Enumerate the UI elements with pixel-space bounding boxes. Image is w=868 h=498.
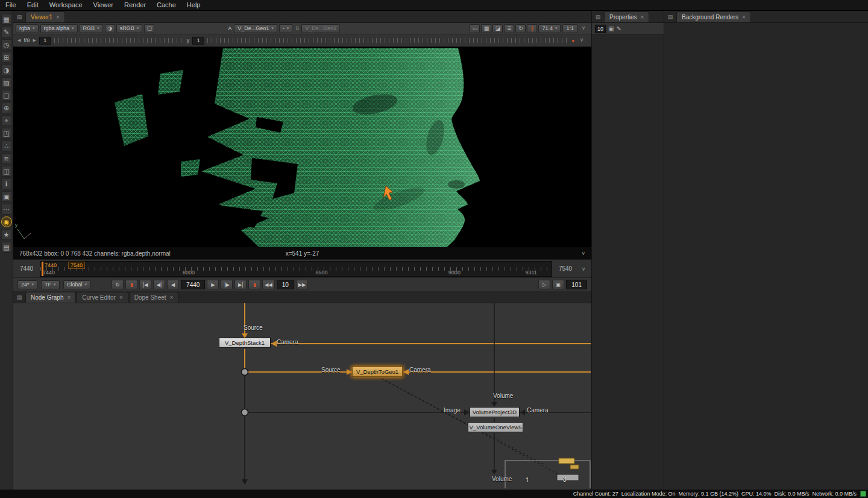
frame-increment-field[interactable]: 10	[277, 280, 294, 289]
zoom-select[interactable]: 71.4▾	[538, 24, 561, 33]
close-icon[interactable]: ×	[170, 294, 174, 301]
menu-workspace[interactable]: Workspace	[44, 0, 88, 11]
layer-select[interactable]: rgba▾	[16, 24, 39, 33]
gain-field[interactable]: 1	[39, 37, 51, 45]
out-marker-icon[interactable]: ▮	[248, 280, 260, 289]
menu-viewer[interactable]: Viewer	[88, 0, 119, 11]
fit-button[interactable]: 1:1	[562, 24, 577, 33]
chevron-down-icon[interactable]: ∨	[581, 250, 585, 256]
close-icon[interactable]: ×	[742, 14, 746, 20]
pane-menu-icon[interactable]: ▤	[15, 292, 24, 301]
keyer-icon[interactable]: ▢	[1, 90, 12, 101]
node-depth-to-geo[interactable]: V_DepthToGeo1	[352, 367, 403, 377]
image-icon[interactable]: ▦	[1, 14, 12, 25]
menu-cache[interactable]: Cache	[151, 0, 181, 11]
first-frame-button[interactable]: |◀	[139, 280, 151, 289]
gamma-icon[interactable]: ◑	[105, 24, 115, 33]
settings-icon[interactable]: ▤	[1, 242, 12, 253]
tab-background-renders[interactable]: Background Renders ×	[676, 11, 751, 22]
close-icon[interactable]: ×	[56, 14, 60, 20]
overlay-icon[interactable]: ≣	[504, 24, 514, 33]
particles-icon[interactable]: ∴	[1, 140, 12, 151]
time-icon[interactable]: ◷	[1, 39, 12, 50]
input-b-select[interactable]: V_De...Geo1	[301, 24, 340, 33]
menu-file[interactable]: File	[0, 0, 22, 11]
lock-icon[interactable]: ▣	[608, 25, 614, 32]
frame-range-select[interactable]: Global▾	[63, 280, 91, 289]
channel-icon[interactable]: ⊞	[1, 52, 12, 63]
timeline-range-start[interactable]: 7440	[16, 265, 37, 272]
filter-icon[interactable]: ▨	[1, 77, 12, 88]
node-volume-project[interactable]: VolumeProject3D	[470, 407, 520, 417]
gain-left-icon[interactable]: ◀	[17, 38, 20, 43]
tab-node-graph[interactable]: Node Graph ×	[25, 292, 76, 303]
play-forward-button[interactable]: ▶	[207, 280, 219, 289]
gamma-slider[interactable]	[207, 38, 568, 43]
last-frame-button[interactable]: ▶|	[234, 280, 247, 289]
oflow-icon[interactable]: ◉	[1, 216, 12, 227]
step-back-increment-button[interactable]: ◀◀	[262, 280, 274, 289]
format-icon[interactable]: ▦	[481, 24, 491, 33]
tab-properties[interactable]: Properties ×	[604, 11, 649, 22]
refresh-icon[interactable]: ↻	[515, 24, 526, 33]
viewer-viewport[interactable]: y	[13, 47, 591, 247]
input-a-select[interactable]: V_De...Geo1▾	[234, 24, 277, 33]
node-volume-one-view[interactable]: V_VolumeOneView5	[468, 422, 523, 432]
chevron-down-icon[interactable]: ∨	[579, 24, 588, 33]
pane-menu-icon[interactable]: ▤	[594, 12, 602, 21]
wipe-icon[interactable]: ◪	[492, 24, 503, 33]
views-select[interactable]: TF▾	[41, 280, 60, 289]
lock-icon[interactable]: ▣	[552, 280, 564, 289]
mask-icon[interactable]: ▢	[144, 24, 154, 33]
close-icon[interactable]: ×	[67, 294, 71, 301]
proxy-icon[interactable]: ▭	[470, 24, 480, 33]
gain-slider[interactable]	[54, 38, 184, 43]
pane-menu-icon[interactable]: ▤	[15, 12, 24, 21]
wipe-mode-select[interactable]: -▾	[279, 24, 293, 33]
step-forward-increment-button[interactable]: ▶▶	[296, 280, 308, 289]
menu-render[interactable]: Render	[119, 0, 151, 11]
prev-keyframe-button[interactable]: ◀|	[153, 280, 165, 289]
color-icon[interactable]: ◑	[1, 65, 12, 75]
pencil-icon[interactable]: ✎	[616, 25, 621, 32]
next-keyframe-button[interactable]: |▶	[221, 280, 233, 289]
flipbook-icon[interactable]: ▷	[538, 280, 550, 289]
play-backward-button[interactable]: ◀	[167, 280, 179, 289]
fps-select[interactable]: 24*▾	[17, 280, 37, 289]
timeline-range-end[interactable]: 7540	[555, 265, 576, 272]
close-icon[interactable]: ×	[641, 14, 644, 20]
gain-right-icon[interactable]: ▶	[33, 38, 36, 43]
pane-menu-icon[interactable]: ▤	[666, 12, 675, 21]
tab-curve-editor[interactable]: Curve Editor ×	[77, 292, 128, 303]
max-panels-field[interactable]: 10	[595, 25, 606, 33]
record-dot-icon[interactable]: ●	[571, 38, 574, 43]
alpha-layer-select[interactable]: rgba.alpha▾	[40, 24, 78, 33]
pause-icon[interactable]: ‖	[527, 24, 537, 33]
tab-viewer1[interactable]: Viewer1 ×	[25, 11, 65, 22]
transform-icon[interactable]: ⌖	[1, 115, 12, 126]
node-graph-canvas[interactable]: Source Camera Source Camera Volume Image…	[13, 303, 591, 488]
colorspace-select[interactable]: sRGB▾	[116, 24, 143, 33]
playback-end-field[interactable]: 101	[566, 280, 587, 289]
metadata-icon[interactable]: ℹ	[1, 178, 12, 189]
downrez-label[interactable]: f/8	[24, 37, 30, 43]
menu-help[interactable]: Help	[181, 0, 206, 11]
close-icon[interactable]: ×	[119, 294, 123, 301]
node-depth-stack[interactable]: V_DepthStack1	[219, 338, 271, 348]
channels-select[interactable]: RGB▾	[80, 24, 103, 33]
in-marker-icon[interactable]: ▮	[125, 280, 137, 289]
other-icon[interactable]: ⋯	[1, 204, 12, 215]
script-icon[interactable]: ★	[1, 229, 12, 240]
deep-icon[interactable]: ≋	[1, 153, 12, 164]
gamma-field[interactable]: 1	[192, 37, 204, 45]
chevron-down-icon[interactable]: ∨	[579, 266, 588, 272]
chevron-down-icon[interactable]: ∨	[577, 36, 586, 45]
toolsets-icon[interactable]: ▣	[1, 191, 12, 202]
loop-mode-icon[interactable]: ↻	[112, 280, 124, 289]
views-icon[interactable]: ◫	[1, 166, 12, 177]
draw-icon[interactable]: ✎	[1, 27, 12, 37]
3d-icon[interactable]: ◳	[1, 128, 12, 139]
current-frame-field[interactable]: 7440	[181, 280, 205, 289]
timeline-strip[interactable]: 7440 7540 7440 8000 8500 9000 9311	[40, 261, 552, 277]
tab-dope-sheet[interactable]: Dope Sheet ×	[129, 292, 179, 303]
